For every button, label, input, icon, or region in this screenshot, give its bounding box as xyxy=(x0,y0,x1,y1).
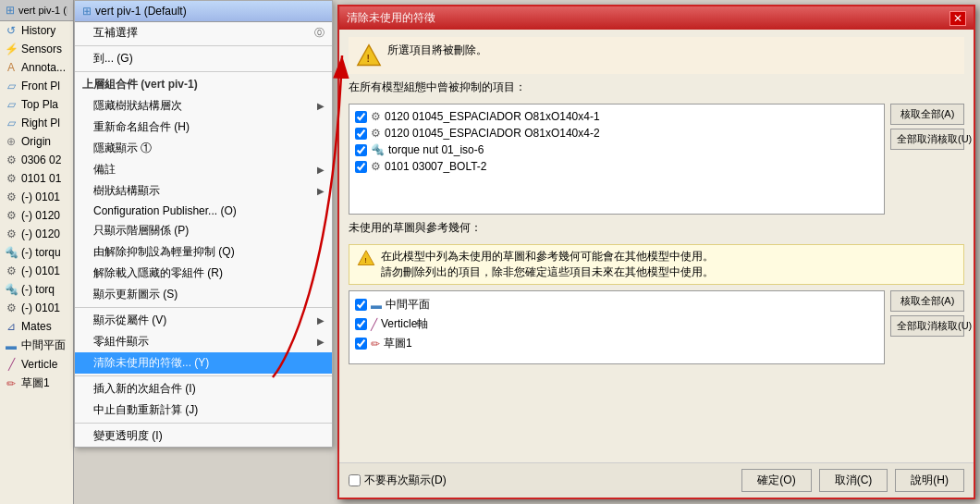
part-icon-1: ⚙ xyxy=(4,153,18,167)
left-item-part5[interactable]: ⚙ (-) 0120 xyxy=(0,225,73,243)
menu-item-show-dependents[interactable]: 顯示從屬件 (V) ▶ xyxy=(75,310,332,331)
dialog-close-button[interactable]: ✕ xyxy=(949,11,966,26)
midplane-icon: ▬ xyxy=(4,338,18,353)
menu-item-tree-display[interactable]: 樹狀結構顯示 ▶ xyxy=(75,180,332,202)
left-panel: ⊞ vert piv-1 (Default) ↺ History ⚡ Senso… xyxy=(0,0,74,504)
check-all-button-2[interactable]: 核取全部(A) xyxy=(890,290,964,312)
svg-text:!: ! xyxy=(366,53,370,64)
assembly-icon: ⊞ xyxy=(6,4,15,17)
check-item-3: 🔩 torque nut 01_iso-6 xyxy=(355,141,878,158)
help-button[interactable]: 說明(H) xyxy=(895,469,964,492)
left-item-topplane[interactable]: ▱ Top Pla xyxy=(0,95,73,114)
menu-sep-1 xyxy=(75,45,332,46)
cancel-button[interactable]: 取消(C) xyxy=(819,469,888,492)
menu-item-transparency[interactable]: 變更透明度 (I) xyxy=(75,425,332,447)
gear-icon-1: ⚙ xyxy=(371,110,381,123)
menu-item-hide-tree[interactable]: 隱藏樹狀結構層次 ▶ xyxy=(75,95,332,117)
checkbox-item6[interactable] xyxy=(355,318,367,330)
history-icon: ↺ xyxy=(4,23,18,38)
warning-small-icon: ! xyxy=(357,249,375,267)
menu-sep-2 xyxy=(75,71,332,72)
section1-items-box: ⚙ 0120 01045_ESPACIADOR O81xO140x4-1 ⚙ 0… xyxy=(349,104,885,215)
dialog-title: 清除未使用的符徵 xyxy=(347,10,435,26)
dialog-titlebar: 清除未使用的符徵 ✕ xyxy=(339,6,974,30)
gear-icon-4: ⚙ xyxy=(371,160,381,173)
context-menu-title: ⊞ vert piv-1 (Default) xyxy=(75,1,332,22)
checkbox-item4[interactable] xyxy=(355,161,367,173)
left-item-sensors[interactable]: ⚡ Sensors xyxy=(0,40,73,58)
part-icon-3: ⚙ xyxy=(4,190,18,204)
left-item-annotations[interactable]: A Annota... xyxy=(0,58,73,77)
menu-item-select[interactable]: 互補選擇 ⓪ xyxy=(75,22,332,43)
menu-item-component-display[interactable]: 零組件顯示 ▶ xyxy=(75,331,332,352)
left-item-midplane[interactable]: ▬ 中間平面 xyxy=(0,336,73,355)
left-item-origin[interactable]: ⊕ Origin xyxy=(0,132,73,151)
menu-item-unload-hidden[interactable]: 解除載入隱藏的零組件 (R) xyxy=(75,263,332,284)
check-item-7: ✏ 草圖1 xyxy=(355,334,878,353)
bolt-icon-3: 🔩 xyxy=(371,143,385,156)
left-item-part2[interactable]: ⚙ 0101 01 xyxy=(0,169,73,188)
left-item-part8[interactable]: 🔩 (-) torq xyxy=(0,280,73,299)
menu-item-show-hierarchy[interactable]: 只顯示階層關係 (P) xyxy=(75,220,332,241)
menu-item-rename[interactable]: 重新命名組合件 (H) xyxy=(75,117,332,138)
warning-icon: ! xyxy=(356,43,382,68)
menu-item-stop-rebuild[interactable]: 中止自動重新計算 (J) xyxy=(75,400,332,421)
menu-item-hide-show[interactable]: 隱藏顯示 ① xyxy=(75,138,332,159)
left-item-part6[interactable]: 🔩 (-) torqu xyxy=(0,243,73,262)
left-item-frontplane[interactable]: ▱ Front Pl xyxy=(0,77,73,95)
sketch-icon: ✏ xyxy=(4,376,18,391)
dialog-footer: 不要再次顯示(D) 確定(O) 取消(C) 說明(H) xyxy=(339,462,974,498)
gear-icon-2: ⚙ xyxy=(371,127,381,140)
left-item-part1[interactable]: ⚙ 0306 02 xyxy=(0,151,73,169)
menu-item-show-update[interactable]: 顯示更新圖示 (S) xyxy=(75,284,332,305)
menu-item-lightweight[interactable]: 由解除抑制設為輕量抑制 (Q) xyxy=(75,241,332,263)
section2-items-box: ▬ 中間平面 ╱ Verticle軸 ✏ 草圖1 xyxy=(349,290,885,364)
left-item-axis[interactable]: ╱ Verticle xyxy=(0,355,73,374)
left-item-mates[interactable]: ⊿ Mates xyxy=(0,317,73,336)
sensor-icon: ⚡ xyxy=(4,42,18,56)
section2-label: 未使用的草圖與參考幾何： xyxy=(349,220,964,236)
annotation-icon: A xyxy=(4,60,18,75)
menu-header-assembly: 上層組合件 (vert piv-1) xyxy=(75,74,332,95)
left-item-part9[interactable]: ⚙ (-) 0101 xyxy=(0,299,73,317)
left-item-sketch[interactable]: ✏ 草圖1 xyxy=(0,374,73,393)
section1: ⚙ 0120 01045_ESPACIADOR O81xO140x4-1 ⚙ 0… xyxy=(349,104,964,215)
check-item-5: ▬ 中間平面 xyxy=(355,295,878,314)
checkbox-item5[interactable] xyxy=(355,299,367,311)
midplane-icon-item: ▬ xyxy=(371,299,382,312)
menu-item-notes[interactable]: 備註 ▶ xyxy=(75,159,332,180)
checkbox-item2[interactable] xyxy=(355,128,367,140)
check-item-1: ⚙ 0120 01045_ESPACIADOR O81xO140x4-1 xyxy=(355,108,878,125)
origin-icon: ⊕ xyxy=(4,134,18,149)
top-plane-icon: ▱ xyxy=(4,97,18,112)
check-item-4: ⚙ 0101 03007_BOLT-2 xyxy=(355,158,878,175)
part-icon-7: ⚙ xyxy=(4,264,18,278)
left-item-part7[interactable]: ⚙ (-) 0101 xyxy=(0,262,73,280)
svg-text:!: ! xyxy=(364,256,367,264)
panel-title: vert piv-1 (Default) xyxy=(18,5,67,16)
check-all-button-1[interactable]: 核取全部(A) xyxy=(890,104,964,125)
left-item-part4[interactable]: ⚙ (-) 0120 xyxy=(0,206,73,225)
dialog-warning: ! 所選項目將被刪除。 xyxy=(349,37,964,74)
menu-sep-3 xyxy=(75,307,332,308)
menu-item-config-publisher[interactable]: Configuration Publisher... (O) xyxy=(75,202,332,220)
left-item-rightplane[interactable]: ▱ Right Pl xyxy=(0,114,73,132)
menu-item-insert-subasm[interactable]: 插入新的次組合件 (I) xyxy=(75,378,332,400)
ok-button[interactable]: 確定(O) xyxy=(741,469,811,492)
checkbox-item3[interactable] xyxy=(355,144,367,156)
no-show-again-label: 不要再次顯示(D) xyxy=(364,473,447,488)
check-item-6: ╱ Verticle軸 xyxy=(355,314,878,334)
uncheck-all-button-1[interactable]: 全部取消核取(U) xyxy=(890,129,964,150)
plane-icon: ▱ xyxy=(4,79,18,93)
menu-item-purge[interactable]: 清除未使用的符徵... (Y) xyxy=(75,352,332,374)
uncheck-all-button-2[interactable]: 全部取消核取(U) xyxy=(890,315,964,337)
no-show-again-checkbox[interactable] xyxy=(349,474,361,486)
left-item-history[interactable]: ↺ History xyxy=(0,21,73,40)
menu-sep-4 xyxy=(75,375,332,376)
section2: ▬ 中間平面 ╱ Verticle軸 ✏ 草圖1 核取全部(A) 全部取消核取(… xyxy=(349,290,964,364)
menu-asm-icon: ⊞ xyxy=(82,5,92,18)
left-item-part3[interactable]: ⚙ (-) 0101 xyxy=(0,188,73,206)
menu-item-goto[interactable]: 到... (G) xyxy=(75,48,332,69)
checkbox-item7[interactable] xyxy=(355,338,367,350)
checkbox-item1[interactable] xyxy=(355,111,367,123)
